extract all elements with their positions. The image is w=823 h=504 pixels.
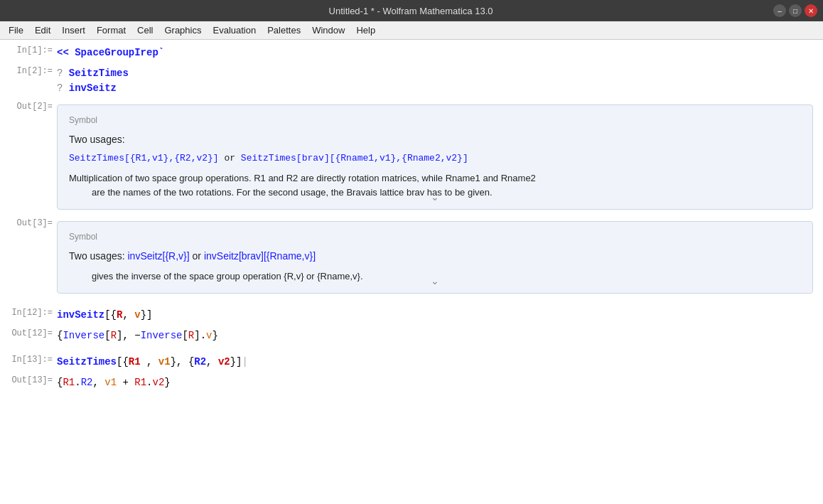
out2-content: Symbol Two usages: SeitzTimes[{R1,v1},{R… xyxy=(57,99,813,215)
out3-expand-arrow[interactable]: ⌄ xyxy=(431,274,439,289)
out3-symbol-header: Symbol xyxy=(69,230,801,243)
maximize-button[interactable]: □ xyxy=(789,4,802,17)
menu-window[interactable]: Window xyxy=(306,23,350,37)
in2-line2: ? invSeitz xyxy=(57,81,809,96)
in1-content[interactable]: << SpaceGroupIrep` xyxy=(57,43,813,63)
menu-bar: File Edit Insert Format Cell Graphics Ev… xyxy=(0,21,823,40)
menu-format[interactable]: Format xyxy=(91,23,131,37)
out2-usages-title: Two usages: xyxy=(69,132,801,147)
in13-content[interactable]: SeitzTimes[{R1 , v1}, {R2, v2}]| xyxy=(57,352,813,372)
menu-insert[interactable]: Insert xyxy=(56,23,91,37)
out12-label: Out[12]= xyxy=(0,326,57,338)
in12-content[interactable]: invSeitz[{R, v}] xyxy=(57,305,813,326)
out2-symbol-header: Symbol xyxy=(69,114,801,127)
out13-content: {R1.R2, v1 + R1.v2} xyxy=(57,372,813,393)
close-button[interactable]: ✕ xyxy=(805,4,817,17)
cell-out2: Out[2]= Symbol Two usages: SeitzTimes[{R… xyxy=(0,99,823,215)
window-title: Untitled-1 * - Wolfram Mathematica 13.0 xyxy=(48,6,773,16)
in13-code-func: SeitzTimes xyxy=(57,356,117,368)
cell-out3: Out[3]= Symbol Two usages: invSeitz[{R,v… xyxy=(0,215,823,299)
cell-in2: In[2]:= ? SeitzTimes ? invSeitz xyxy=(0,63,823,99)
menu-file[interactable]: File xyxy=(3,23,29,37)
out2-label: Out[2]= xyxy=(0,99,57,112)
cell-in12: In[12]:= invSeitz[{R, v}] xyxy=(0,305,823,326)
menu-cell[interactable]: Cell xyxy=(131,23,158,37)
out3-label: Out[3]= xyxy=(0,215,57,228)
cell-in13: In[13]:= SeitzTimes[{R1 , v1}, {R2, v2}]… xyxy=(0,352,823,372)
out13-label: Out[13]= xyxy=(0,372,57,385)
menu-graphics[interactable]: Graphics xyxy=(158,23,207,37)
out2-usage2: SeitzTimes[brav][{Rname1,v1},{Rname2,v2}… xyxy=(241,153,468,163)
menu-palettes[interactable]: Palettes xyxy=(262,23,306,37)
out3-usage1: invSeitz[{R,v}] xyxy=(128,250,190,262)
out3-usage2: invSeitz[brav][{Rname,v}] xyxy=(204,250,316,262)
in1-code: << SpaceGroupIrep` xyxy=(57,47,164,58)
in2-line1: ? SeitzTimes xyxy=(57,66,809,81)
cell-in1: In[1]:= << SpaceGroupIrep` xyxy=(0,43,823,63)
out3-usages-title: Two usages: invSeitz[{R,v}] or invSeitz[… xyxy=(69,249,801,264)
notebook-content[interactable]: In[1]:= << SpaceGroupIrep` In[2]:= ? Sei… xyxy=(0,40,823,504)
in1-label: In[1]:= xyxy=(0,43,57,55)
out3-symbol-box: Symbol Two usages: invSeitz[{R,v}] or in… xyxy=(57,221,813,294)
menu-evaluation[interactable]: Evaluation xyxy=(207,23,262,37)
out2-symbol-box: Symbol Two usages: SeitzTimes[{R1,v1},{R… xyxy=(57,104,813,210)
out12-content: {Inverse[R], −Inverse[R].v} xyxy=(57,326,813,346)
menu-help[interactable]: Help xyxy=(350,23,381,37)
notebook: In[1]:= << SpaceGroupIrep` In[2]:= ? Sei… xyxy=(0,40,823,504)
in2-content[interactable]: ? SeitzTimes ? invSeitz xyxy=(57,63,813,99)
cell-out13: Out[13]= {R1.R2, v1 + R1.v2} xyxy=(0,372,823,393)
out2-expand-arrow[interactable]: ⌄ xyxy=(431,190,439,205)
out2-usage1: SeitzTimes[{R1,v1},{R2,v2}] xyxy=(69,153,219,163)
title-bar: Untitled-1 * - Wolfram Mathematica 13.0 … xyxy=(0,0,823,21)
window-controls[interactable]: – □ ✕ xyxy=(773,4,817,17)
out2-usage-line: SeitzTimes[{R1,v1},{R2,v2}] or SeitzTime… xyxy=(69,151,801,166)
in12-code-func: invSeitz xyxy=(57,309,104,321)
menu-edit[interactable]: Edit xyxy=(29,23,56,37)
out3-content: Symbol Two usages: invSeitz[{R,v}] or in… xyxy=(57,215,813,299)
minimize-button[interactable]: – xyxy=(773,4,786,17)
in13-label: In[13]:= xyxy=(0,352,57,365)
in12-label: In[12]:= xyxy=(0,305,57,318)
cell-out12: Out[12]= {Inverse[R], −Inverse[R].v} xyxy=(0,326,823,346)
in2-label: In[2]:= xyxy=(0,63,57,76)
